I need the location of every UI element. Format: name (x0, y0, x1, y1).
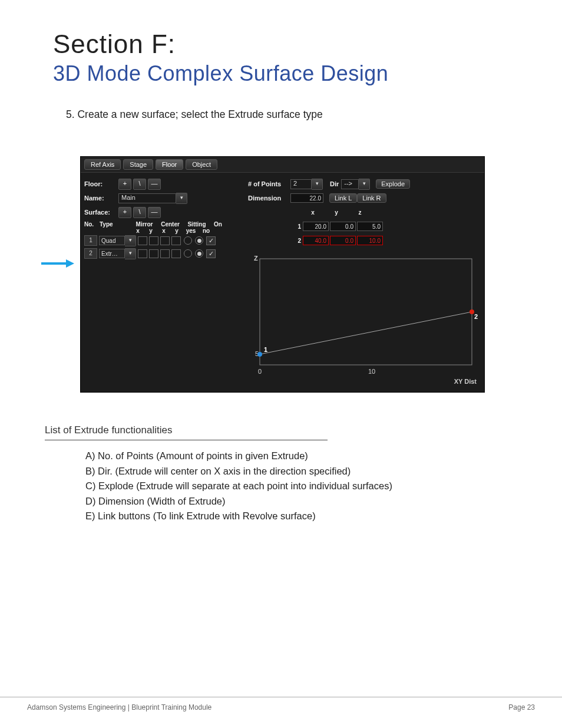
points-dropdown[interactable]: ▾ (312, 179, 323, 190)
list-item: A) No. of Points (Amount of points in gi… (85, 449, 527, 464)
surface-type-dropdown[interactable]: ▾ (125, 248, 136, 259)
sub-center-x: x (157, 228, 170, 234)
point-y-input[interactable]: 0.0 (330, 236, 356, 245)
link-l-button[interactable]: Link L (329, 193, 357, 203)
points-input[interactable]: 2 (290, 179, 312, 189)
point-y-input[interactable]: 0.0 (330, 222, 356, 231)
tab-object[interactable]: Object (186, 159, 217, 170)
surface-table-subheader: x y x y yes no (84, 228, 241, 234)
point-1-label: 1 (264, 346, 267, 353)
point-x-input[interactable]: 20.0 (303, 222, 329, 231)
dir-dropdown[interactable]: ▾ (359, 179, 370, 190)
svg-rect-2 (260, 259, 472, 365)
functionality-title: List of Extrude functionalities (45, 424, 527, 436)
sub-mirror-x: x (131, 228, 144, 234)
point-2-marker (470, 309, 474, 314)
functionality-list: A) No. of Points (Amount of points in gi… (85, 449, 527, 524)
surface-table-header: No. Type Mirror Center Sitting On (84, 221, 241, 228)
dir-label: Dir (330, 180, 339, 187)
sub-mirror-y: y (144, 228, 157, 234)
surface-row-num[interactable]: 2 (84, 248, 97, 259)
on-checkbox[interactable]: ✓ (206, 249, 216, 258)
center-x-checkbox[interactable] (160, 249, 170, 258)
footer-right: Page 23 (508, 703, 535, 711)
point-z-input[interactable]: 5.0 (357, 222, 383, 231)
point-1-marker (257, 352, 262, 357)
point-x-input[interactable]: 40.0 (303, 236, 329, 245)
surface-row: 2Extr…▾✓ (84, 247, 241, 260)
screenshot-figure: Ref Axis Stage Floor Object Floor: + \ —… (80, 156, 527, 393)
list-item: C) Explode (Extrude will separate at eac… (85, 479, 527, 494)
point-row: 240.00.010.0 (248, 234, 481, 247)
footer-left: Adamson Systems Engineering | Blueprint … (27, 703, 211, 711)
name-input[interactable]: Main (118, 193, 176, 203)
floor-add-button[interactable]: + (118, 179, 131, 190)
axis-z-label: Z (254, 255, 258, 262)
point-row-num: 2 (290, 238, 303, 244)
list-item: B) Dir. (Extrude will center on X axis i… (85, 464, 527, 479)
col-sitting: Sitting (183, 221, 210, 228)
surface-type-dropdown[interactable]: ▾ (125, 235, 136, 246)
ref-toolbar: Ref Axis Stage Floor Object (81, 157, 484, 173)
left-panel: Floor: + \ — Name: Main ▾ Surface: + \ (81, 173, 244, 263)
surface-row-num[interactable]: 1 (84, 235, 97, 246)
on-checkbox[interactable]: ✓ (206, 236, 216, 245)
col-center: Center (157, 221, 183, 228)
surface-add-button[interactable]: + (118, 207, 131, 218)
mirror-x-checkbox[interactable] (138, 249, 147, 258)
surface-type-select[interactable]: Extr… (99, 249, 125, 258)
axis-x-label: XY Dist (454, 378, 477, 385)
dimension-input[interactable]: 22.0 (290, 193, 323, 203)
col-y: y (325, 209, 348, 216)
surface-remove-button[interactable]: — (148, 207, 161, 218)
sitting-no-radio[interactable] (195, 236, 203, 245)
point-row: 120.00.05.0 (248, 220, 481, 233)
app-window: Ref Axis Stage Floor Object Floor: + \ —… (80, 156, 485, 393)
surface-type-select[interactable]: Quad (99, 236, 125, 245)
svg-line-3 (260, 312, 472, 354)
floor-remove-button[interactable]: — (148, 179, 161, 190)
dimension-label: Dimension (248, 195, 290, 202)
profile-graph: Z 5 0 10 XY Dist 1 2 (248, 253, 481, 388)
right-panel: # of Points 2 ▾ Dir --> ▾ Explode Dimens… (244, 173, 484, 392)
mirror-y-checkbox[interactable] (149, 249, 158, 258)
list-item: E) Link buttons (To link Extrude with Re… (85, 509, 527, 524)
sub-center-y: y (170, 228, 183, 234)
point-2-label: 2 (474, 313, 478, 320)
point-row-num: 1 (290, 223, 303, 230)
explode-button[interactable]: Explode (376, 179, 410, 189)
surface-label: Surface: (84, 209, 118, 216)
mirror-x-checkbox[interactable] (138, 236, 147, 245)
tab-floor[interactable]: Floor (156, 159, 183, 170)
col-z: z (348, 209, 372, 216)
x-tick-10: 10 (368, 368, 375, 375)
sub-sit-no: no (199, 228, 214, 234)
mirror-y-checkbox[interactable] (149, 236, 158, 245)
sitting-yes-radio[interactable] (184, 249, 192, 258)
floor-label: Floor: (84, 180, 118, 187)
dir-input[interactable]: --> (341, 179, 359, 189)
col-on: On (210, 221, 226, 228)
surface-row: 1Quad▾✓ (84, 234, 241, 247)
name-dropdown[interactable]: ▾ (176, 193, 187, 204)
surface-edit-button[interactable]: \ (133, 207, 146, 218)
name-label: Name: (84, 195, 118, 202)
x-origin: 0 (258, 368, 262, 375)
tab-stage[interactable]: Stage (123, 159, 153, 170)
center-x-checkbox[interactable] (160, 236, 170, 245)
callout-arrow-icon (40, 258, 74, 269)
tab-ref-axis[interactable]: Ref Axis (84, 159, 121, 170)
svg-marker-1 (66, 259, 74, 268)
center-y-checkbox[interactable] (171, 236, 181, 245)
sitting-no-radio[interactable] (195, 249, 203, 258)
link-r-button[interactable]: Link R (357, 193, 386, 203)
floor-edit-button[interactable]: \ (133, 179, 146, 190)
point-z-input[interactable]: 10.0 (357, 236, 383, 245)
col-x: x (301, 209, 325, 216)
col-mirror: Mirror (131, 221, 157, 228)
sitting-yes-radio[interactable] (184, 236, 192, 245)
points-label: # of Points (248, 180, 290, 187)
step-instruction: 5. Create a new surface; select the Extr… (66, 108, 527, 121)
center-y-checkbox[interactable] (171, 249, 181, 258)
col-no: No. (84, 221, 100, 228)
